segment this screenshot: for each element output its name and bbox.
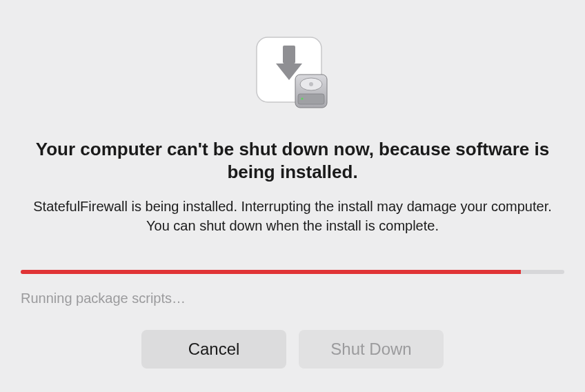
installer-icon <box>252 33 333 113</box>
progress-bar <box>21 270 564 274</box>
dialog-subtitle: StatefulFirewall is being installed. Int… <box>0 197 585 235</box>
shutdown-button: Shut Down <box>299 330 444 369</box>
progress-fill <box>21 270 521 274</box>
button-row: Cancel Shut Down <box>141 330 444 369</box>
cancel-button[interactable]: Cancel <box>141 330 286 369</box>
svg-rect-1 <box>283 46 295 63</box>
dialog-title: Your computer can't be shut down now, be… <box>0 138 585 183</box>
svg-point-6 <box>301 97 303 99</box>
status-text: Running package scripts… <box>21 291 564 306</box>
svg-point-4 <box>309 82 313 86</box>
